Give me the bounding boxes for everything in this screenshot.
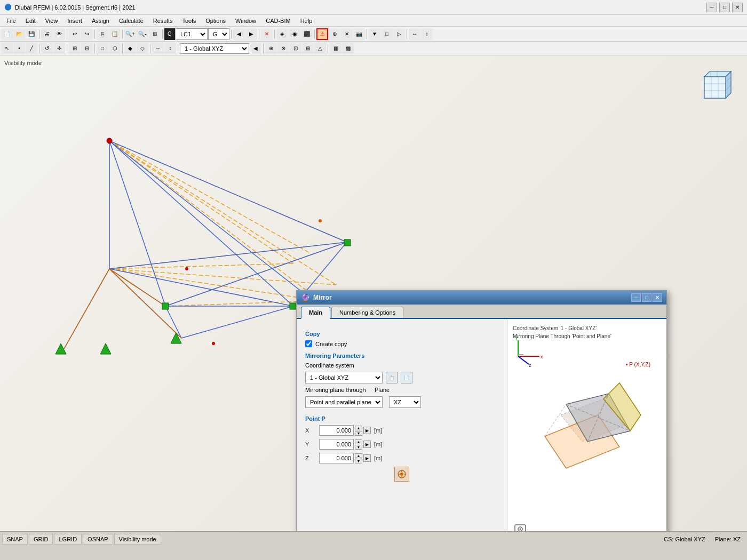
menu-assign[interactable]: Assign [88,15,114,27]
titlebar-left: 🔵 Dlubal RFEM | 6.02.0015 | Segment.rf6 … [4,4,136,11]
menu-view[interactable]: View [41,15,62,27]
mesh2-tool[interactable]: ⊟ [81,43,93,54]
new-button[interactable]: 📄 [1,28,13,40]
printpreview-button[interactable]: 👁 [53,28,65,40]
prev-button[interactable]: ◀ [233,28,245,40]
z-spin-down[interactable]: ▼ [355,459,362,463]
snap6[interactable]: ⊞ [302,43,314,54]
preview-title-line1: Coordinate System '1 - Global XYZ' [513,324,611,332]
lc-g-select[interactable]: G [208,28,229,40]
menu-tools[interactable]: Tools [178,15,200,27]
tab-main[interactable]: Main [301,307,330,319]
mirror-plane-select[interactable]: Point and parallel plane 3 Points 2 Line… [305,396,383,408]
tab-numbering[interactable]: Numbering & Options [331,307,403,318]
line-tool[interactable]: ╱ [26,43,37,54]
save-button[interactable]: 💾 [26,28,37,40]
point-tool[interactable]: • [13,43,25,54]
node2-tool[interactable]: ◇ [137,43,148,54]
delete-button[interactable]: ✕ [261,28,273,40]
coord-axes-svg: x y z — [513,335,545,367]
y-spin-up[interactable]: ▲ [355,439,362,444]
create-copy-checkbox[interactable] [305,340,312,347]
node-tool[interactable]: ◆ [124,43,136,54]
next-button[interactable]: ▶ [245,28,257,40]
layer1[interactable]: ▦ [330,43,341,54]
snap-btn[interactable]: ⊕ [329,28,340,40]
dialog-content: Copy Create copy Mirroring Parameters Co… [297,319,666,543]
osnap-indicator[interactable]: OSNAP [83,534,113,545]
x-arrow-button[interactable]: ▶ [363,427,371,434]
menu-cadbim[interactable]: CAD-BIM [261,15,295,27]
filter3[interactable]: ▷ [393,28,405,40]
close-button[interactable]: ✕ [732,3,743,12]
snap4[interactable]: ⊗ [277,43,289,54]
coord-prev[interactable]: ◀ [250,43,261,54]
nav1[interactable]: ↔ [409,28,420,40]
zoom-fit-button[interactable]: ⊞ [149,28,161,40]
y-spin-down[interactable]: ▼ [355,445,362,450]
select-tool[interactable]: ↖ [1,43,13,54]
print-button[interactable]: 🖨 [41,28,53,40]
rect-tool[interactable]: □ [97,43,108,54]
camera-btn[interactable]: 📷 [353,28,365,40]
menu-results[interactable]: Results [149,15,177,27]
plane-select[interactable]: XZ XY YZ [389,396,421,408]
menu-file[interactable]: File [2,15,20,27]
copy-button[interactable]: ⎘ [97,28,108,40]
snap3[interactable]: ⊕ [265,43,277,54]
snap-point-button[interactable] [394,467,409,482]
menu-options[interactable]: Options [201,15,230,27]
filter2[interactable]: □ [381,28,393,40]
move-tool[interactable]: ✛ [53,43,65,54]
filter1[interactable]: ▼ [369,28,380,40]
coord-sys-select[interactable]: 1 - Global XYZ [180,43,249,54]
restore-button[interactable]: □ [719,3,730,12]
x-spin-up[interactable]: ▲ [355,426,362,430]
lc-select[interactable]: LC1 [176,28,208,40]
z-input[interactable] [319,453,354,463]
poly-tool[interactable]: ⬡ [109,43,121,54]
snap7[interactable]: △ [314,43,326,54]
zoom-out-button[interactable]: 🔍- [137,28,148,40]
visibility-indicator[interactable]: Visibility mode [114,534,161,545]
mesh-tool[interactable]: ⊞ [69,43,81,54]
svg-line-8 [109,269,336,285]
menu-help[interactable]: Help [296,15,317,27]
dialog-close[interactable]: ✕ [653,293,662,302]
menu-insert[interactable]: Insert [63,15,86,27]
z-arrow-button[interactable]: ▶ [363,454,371,462]
coord-paste-button[interactable]: 📄 [401,372,412,383]
x-spin-down[interactable]: ▼ [355,431,362,436]
z-spin-up[interactable]: ▲ [355,453,362,458]
snap5[interactable]: ⊡ [290,43,301,54]
tool2[interactable]: ◉ [289,28,300,40]
snap-indicator[interactable]: SNAP [2,534,28,545]
warning-button[interactable]: ⚠ [316,28,328,40]
coord-system-select[interactable]: 1 - Global XYZ [305,372,383,383]
dim2-tool[interactable]: ↕ [164,43,176,54]
zoom-in-button[interactable]: 🔍+ [124,28,136,40]
dialog-minimize[interactable]: ─ [631,293,641,302]
undo-button[interactable]: ↩ [69,28,81,40]
minimize-button[interactable]: ─ [706,3,717,12]
menu-edit[interactable]: Edit [21,15,40,27]
menu-calculate[interactable]: Calculate [115,15,148,27]
snap2-btn[interactable]: ✕ [341,28,353,40]
y-arrow-button[interactable]: ▶ [363,441,371,448]
y-input[interactable] [319,439,354,450]
coord-copy-button[interactable]: 📋 [386,372,398,383]
lgrid-indicator[interactable]: LGRID [54,534,82,545]
tool1[interactable]: ◈ [276,28,288,40]
open-button[interactable]: 📂 [13,28,25,40]
menu-window[interactable]: Window [231,15,260,27]
redo-button[interactable]: ↪ [81,28,93,40]
dim-tool[interactable]: ↔ [152,43,164,54]
tool3[interactable]: ⬛ [301,28,313,40]
dialog-restore[interactable]: □ [642,293,651,302]
rotate-tool[interactable]: ↺ [41,43,53,54]
x-input[interactable] [319,425,354,436]
layer2[interactable]: ▩ [342,43,354,54]
paste-button[interactable]: 📋 [109,28,121,40]
grid-indicator[interactable]: GRID [29,534,53,545]
nav2[interactable]: ↕ [421,28,433,40]
